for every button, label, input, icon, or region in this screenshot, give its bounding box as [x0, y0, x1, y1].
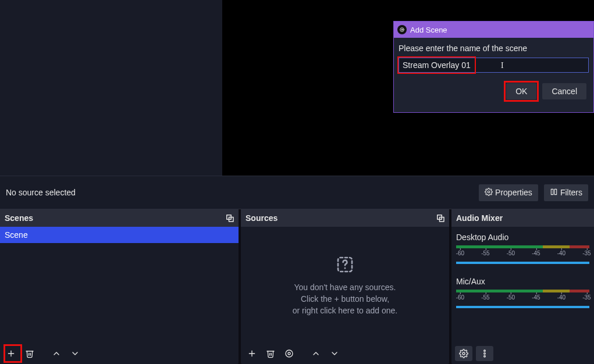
obs-icon: [397, 25, 407, 34]
svg-point-21: [484, 353, 486, 355]
add-scene-button[interactable]: [3, 346, 19, 361]
sources-empty-line3: or right click here to add one.: [293, 306, 398, 315]
mixer-channel-mic: Mic/Aux -60 -55 -50 -45 -40 -35: [456, 277, 589, 308]
svg-point-23: [400, 28, 404, 32]
scene-move-down-button[interactable]: [67, 346, 83, 361]
svg-point-24: [401, 29, 403, 31]
source-status-label: No source selected: [6, 188, 76, 197]
help-icon: [336, 255, 354, 276]
sources-empty-line2: Click the + button below,: [301, 294, 389, 304]
scene-name-input[interactable]: [399, 58, 589, 73]
scenes-header: Scenes: [0, 209, 239, 227]
dialog-prompt: Please enter the name of the scene: [399, 44, 589, 53]
scenes-footer: [0, 343, 239, 364]
sources-empty-line1: You don't have any sources.: [294, 283, 396, 292]
svg-rect-1: [551, 189, 553, 194]
filters-label: Filters: [560, 188, 582, 197]
sources-footer: [241, 343, 449, 364]
tick-label: -35: [582, 250, 591, 256]
svg-point-18: [286, 350, 293, 357]
properties-button[interactable]: Properties: [479, 184, 538, 201]
svg-point-22: [484, 355, 486, 357]
mixer-header: Audio Mixer: [451, 209, 594, 227]
popout-icon[interactable]: [435, 213, 446, 223]
tick-label: -45: [532, 294, 540, 301]
tick-label: -50: [507, 294, 515, 301]
scenes-title: Scenes: [5, 213, 33, 223]
tick-label: -55: [481, 250, 489, 256]
delete-source-button[interactable]: [263, 346, 278, 361]
tick-label: -55: [481, 294, 489, 301]
volume-slider[interactable]: [456, 262, 589, 264]
meter-ticks: -60 -55 -50 -45 -40 -35: [456, 250, 589, 260]
mixer-footer: [451, 343, 594, 364]
add-scene-dialog: Add Scene Please enter the name of the s…: [393, 21, 594, 113]
source-move-down-button[interactable]: [327, 346, 342, 361]
tick-label: -60: [456, 250, 464, 256]
gear-icon: [485, 188, 493, 198]
audio-meter: [456, 245, 589, 248]
popout-icon[interactable]: [225, 213, 235, 223]
sources-title: Sources: [246, 213, 278, 223]
mixer-menu-button[interactable]: [476, 346, 493, 361]
mixer-settings-button[interactable]: [455, 346, 472, 361]
mixer-channel-label: Mic/Aux: [456, 277, 589, 286]
mixer-channel-label: Desktop Audio: [456, 233, 589, 242]
scene-item[interactable]: Scene: [0, 227, 239, 243]
svg-rect-2: [554, 189, 557, 194]
volume-slider[interactable]: [456, 306, 589, 308]
svg-point-17: [288, 352, 290, 355]
properties-label: Properties: [495, 188, 532, 197]
audio-meter: [456, 290, 589, 292]
sources-panel: Sources You don't have any sources. Clic…: [241, 209, 449, 364]
dialog-title: Add Scene: [410, 26, 447, 34]
scene-move-up-button[interactable]: [49, 346, 64, 361]
preview-left: [0, 0, 222, 176]
tick-label: -35: [582, 294, 591, 301]
tick-label: -60: [456, 294, 464, 301]
audio-mixer-panel: Audio Mixer Desktop Audio -60 -55 -50 -4…: [451, 209, 594, 364]
add-source-button[interactable]: [244, 346, 259, 361]
tick-label: -50: [507, 250, 515, 256]
dialog-titlebar[interactable]: Add Scene: [394, 22, 593, 38]
source-toolbar: No source selected Properties Filters: [0, 176, 594, 209]
tick-label: -40: [557, 294, 565, 301]
sources-body[interactable]: You don't have any sources. Click the + …: [241, 227, 449, 343]
delete-scene-button[interactable]: [22, 346, 37, 361]
source-move-up-button[interactable]: [308, 346, 323, 361]
svg-point-19: [463, 352, 465, 355]
filter-icon: [550, 188, 558, 198]
mixer-channel-desktop: Desktop Audio -60 -55 -50 -45 -40 -35: [456, 233, 589, 264]
source-properties-button[interactable]: [282, 346, 297, 361]
filters-button[interactable]: Filters: [544, 184, 588, 201]
tick-label: -40: [557, 250, 565, 256]
meter-ticks: -60 -55 -50 -45 -40 -35: [456, 294, 589, 305]
scenes-body: Scene: [0, 227, 239, 343]
mixer-body: Desktop Audio -60 -55 -50 -45 -40 -35 Mi…: [451, 227, 594, 343]
svg-point-0: [488, 191, 490, 193]
scenes-panel: Scenes Scene: [0, 209, 239, 364]
sources-header: Sources: [241, 209, 449, 227]
ok-button[interactable]: OK: [506, 83, 536, 99]
svg-point-20: [484, 350, 486, 352]
cancel-button[interactable]: Cancel: [542, 83, 586, 99]
tick-label: -45: [532, 250, 540, 256]
mixer-title: Audio Mixer: [456, 213, 503, 223]
scene-item-label: Scene: [5, 230, 28, 240]
